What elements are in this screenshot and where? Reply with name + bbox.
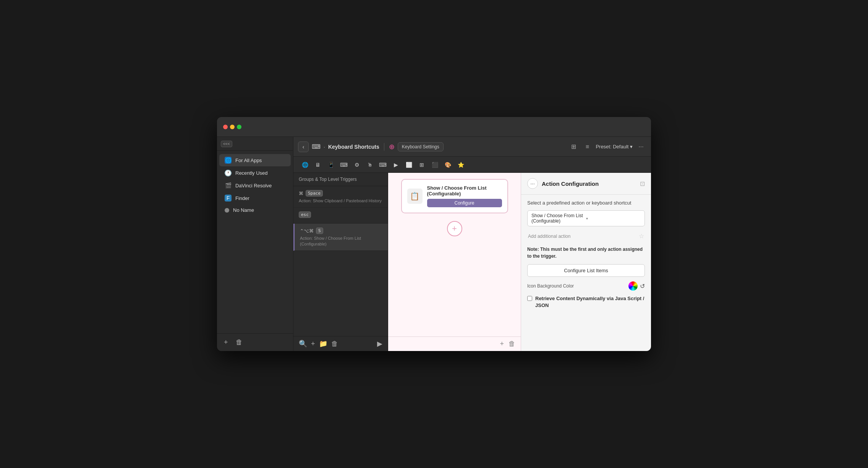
minimize-button[interactable] bbox=[230, 125, 235, 129]
dynamic-content-checkbox[interactable] bbox=[527, 296, 532, 301]
preset-selector[interactable]: Preset: Default ▾ bbox=[596, 144, 633, 150]
note-text: Note: This must be the first and only ac… bbox=[527, 246, 645, 260]
add-action-button[interactable]: + bbox=[447, 221, 462, 236]
sidebar-item-davinci-resolve[interactable]: 🎬 DaVinci Resolve bbox=[219, 179, 291, 192]
main-toolbar: ‹ ⌨ · Keyboard Shortcuts ⊕ Keyboard Sett… bbox=[293, 137, 651, 157]
columns-view-button[interactable]: ⊞ bbox=[568, 141, 579, 152]
for-all-apps-icon: 🌐 bbox=[225, 157, 232, 164]
content-area: ‹ ⌨ · Keyboard Shortcuts ⊕ Keyboard Sett… bbox=[293, 137, 651, 351]
right-panel-header-wrapper: ··· Action Configuration ⊡ bbox=[521, 173, 651, 195]
maximize-button[interactable] bbox=[237, 125, 241, 129]
sidebar-item-for-all-apps[interactable]: 🌐 For All Apps bbox=[219, 154, 291, 166]
add-middle-button[interactable]: + bbox=[500, 340, 504, 348]
scroll-icon[interactable]: ⊕ bbox=[389, 143, 395, 151]
icon-toolbar-keyboard2[interactable]: ⌨ bbox=[377, 159, 388, 170]
checkbox-row: Retrieve Content Dynamically via Java Sc… bbox=[527, 295, 645, 309]
add-additional-row: Add additional action ☆ bbox=[527, 231, 645, 241]
key-space: Space bbox=[306, 190, 323, 197]
no-name-icon bbox=[225, 208, 229, 213]
config-subtitle: Select a predefined action or keyboard s… bbox=[527, 200, 645, 206]
dynamic-content-label[interactable]: Retrieve Content Dynamically via Java Sc… bbox=[535, 295, 645, 309]
sidebar-item-no-name-label: No Name bbox=[233, 207, 254, 213]
trigger-key-s: ⌃⌥⌘ S bbox=[300, 227, 382, 234]
delete-app-button[interactable]: 🗑 bbox=[234, 338, 244, 347]
key-esc: esc bbox=[299, 211, 311, 218]
icon-toolbar-grid[interactable]: ⊞ bbox=[416, 159, 427, 170]
trigger-item-space[interactable]: ⌘ Space Action: Show Clipboard / Pastebo… bbox=[293, 186, 388, 208]
middle-footer: + 🗑 bbox=[388, 336, 521, 351]
back-button[interactable]: ‹ bbox=[298, 141, 309, 152]
icon-toolbar-black-square[interactable]: ⬛ bbox=[429, 159, 440, 170]
icon-toolbar-globe[interactable]: 🌐 bbox=[300, 159, 310, 170]
sidebar-item-davinci-label: DaVinci Resolve bbox=[235, 183, 272, 188]
toolbar-title: Keyboard Shortcuts bbox=[328, 144, 379, 150]
configure-list-button[interactable]: Configure List Items bbox=[527, 264, 645, 277]
trigger-key-esc: esc bbox=[299, 211, 382, 218]
folder-trigger-button[interactable]: 📁 bbox=[319, 340, 327, 348]
key-s: S bbox=[316, 227, 323, 234]
list-view-button[interactable]: ≡ bbox=[582, 141, 593, 152]
delete-trigger-button[interactable]: 🗑 bbox=[331, 340, 338, 348]
modifier-ctrl-opt-cmd: ⌃⌥⌘ bbox=[300, 228, 314, 234]
action-card-body: Show / Choose From List (Configurable) C… bbox=[427, 185, 502, 207]
chevron-down-icon: ▾ bbox=[586, 216, 641, 221]
close-button[interactable] bbox=[223, 125, 228, 129]
middle-panel-content: 📋 Show / Choose From List (Configurable)… bbox=[388, 173, 521, 336]
icon-bg-row: Icon Background Color ↺ bbox=[527, 281, 645, 291]
icon-toolbar-gear[interactable]: ⚙ bbox=[351, 159, 362, 170]
davinci-icon: 🎬 bbox=[225, 182, 232, 189]
sidebar-item-recently-used[interactable]: 🕐 Recently Used bbox=[219, 167, 291, 179]
sidebar-item-recently-used-label: Recently Used bbox=[235, 170, 268, 176]
configure-button[interactable]: Configure bbox=[427, 199, 502, 207]
panel-footer: 🔍 + 📁 🗑 ▶ bbox=[293, 336, 388, 351]
right-panel-body: Select a predefined action or keyboard s… bbox=[521, 195, 651, 314]
add-additional-label: Add additional action bbox=[528, 234, 639, 239]
keyboard-settings-button[interactable]: Keyboard Settings bbox=[398, 142, 444, 151]
trigger-action-space: Action: Show Clipboard / Pasteboard Hist… bbox=[299, 198, 382, 203]
finder-icon: F bbox=[225, 195, 232, 202]
right-panel: ··· Action Configuration ⊡ Select a pred… bbox=[521, 173, 651, 351]
action-card: 📋 Show / Choose From List (Configurable)… bbox=[401, 179, 508, 213]
reset-color-button[interactable]: ↺ bbox=[640, 281, 645, 291]
right-panel-title: Action Configuration bbox=[542, 180, 599, 187]
play-trigger-button[interactable]: ▶ bbox=[377, 340, 382, 348]
icon-toolbar-keyboard[interactable]: ⌨ bbox=[338, 159, 349, 170]
search-trigger-button[interactable]: 🔍 bbox=[299, 340, 307, 348]
sidebar-item-finder[interactable]: F Finder bbox=[219, 192, 291, 204]
add-trigger-button[interactable]: + bbox=[311, 340, 315, 348]
main-window: <<< 🌐 For All Apps 🕐 Recently Used 🎬 DaV… bbox=[217, 117, 651, 351]
middle-footer-btns: + 🗑 bbox=[500, 340, 515, 348]
keyboard-icon: ⌨ bbox=[312, 143, 321, 150]
trigger-item-s[interactable]: ⌃⌥⌘ S Action: Show / Choose From List (C… bbox=[293, 224, 388, 251]
delete-middle-button[interactable]: 🗑 bbox=[508, 340, 515, 348]
panel-header: Groups & Top Level Triggers bbox=[293, 173, 388, 186]
icon-toolbar-phone[interactable]: 📱 bbox=[326, 159, 336, 170]
color-picker-button[interactable] bbox=[628, 281, 638, 291]
right-panel-more-button[interactable]: ··· bbox=[527, 178, 538, 189]
action-dropdown[interactable]: Show / Choose From List (Configurable) ▾ bbox=[527, 210, 645, 226]
traffic-lights bbox=[223, 125, 241, 129]
icon-toolbar: 🌐 🖥 📱 ⌨ ⚙ 🖱 ⌨ ▶ ⬜ ⊞ ⬛ 🎨 ⭐ bbox=[293, 157, 651, 173]
icon-toolbar-display[interactable]: 🖥 bbox=[313, 159, 323, 170]
sidebar-item-for-all-apps-label: For All Apps bbox=[235, 158, 262, 163]
sidebar-item-no-name[interactable]: No Name bbox=[219, 205, 291, 216]
trigger-item-esc[interactable]: esc bbox=[293, 208, 388, 224]
star-button[interactable]: ☆ bbox=[639, 232, 644, 240]
sidebar: <<< 🌐 For All Apps 🕐 Recently Used 🎬 DaV… bbox=[217, 137, 293, 351]
collapse-button[interactable]: <<< bbox=[221, 141, 232, 147]
recently-used-icon: 🕐 bbox=[225, 169, 232, 176]
more-options-button[interactable]: ··· bbox=[636, 141, 646, 152]
icon-toolbar-square[interactable]: ⬜ bbox=[403, 159, 414, 170]
panels: Groups & Top Level Triggers ⌘ Space Acti… bbox=[293, 173, 651, 351]
action-card-title: Show / Choose From List (Configurable) bbox=[427, 185, 502, 197]
panel-corner-button[interactable]: ⊡ bbox=[640, 180, 645, 187]
icon-toolbar-play[interactable]: ▶ bbox=[390, 159, 401, 170]
middle-panel: 📋 Show / Choose From List (Configurable)… bbox=[388, 173, 521, 351]
icon-toolbar-palette[interactable]: 🎨 bbox=[442, 159, 453, 170]
icon-toolbar-star[interactable]: ⭐ bbox=[455, 159, 466, 170]
add-app-button[interactable]: + bbox=[222, 338, 230, 347]
action-card-icon: 📋 bbox=[407, 188, 423, 204]
toolbar-dot-separator: · bbox=[324, 144, 325, 150]
icon-toolbar-mouse[interactable]: 🖱 bbox=[364, 159, 375, 170]
action-dropdown-value: Show / Choose From List (Configurable) bbox=[531, 213, 586, 224]
